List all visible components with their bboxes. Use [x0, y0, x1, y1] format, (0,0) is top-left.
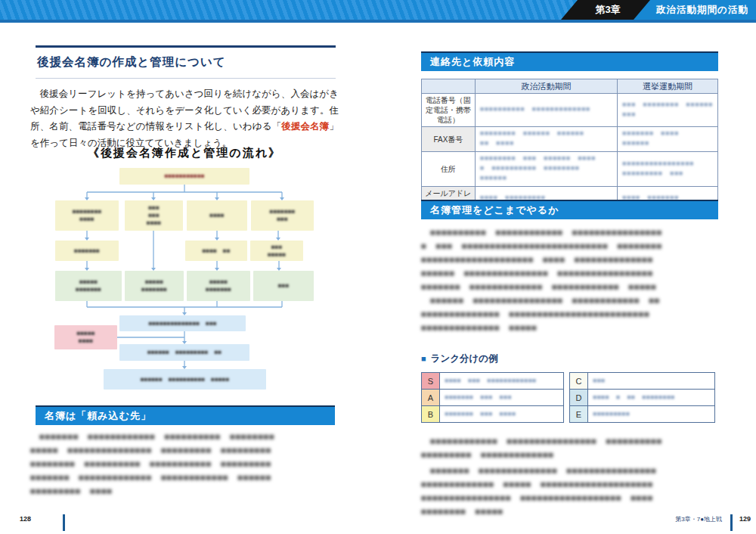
- right-page-number: 129: [739, 515, 751, 523]
- rank-grade-D: D: [570, 390, 588, 406]
- bottom-blurred-paragraph-2: ■■■■■■■ ■■■■■■■■■■■■■■ ■■■■■■■■■■■■■■■■■…: [421, 465, 720, 520]
- rank-grade-S: S: [422, 373, 440, 390]
- rank-desc-C: ■■■: [588, 373, 715, 390]
- row-label-phone: 電話番号（固定電話・携帯電話）: [422, 94, 476, 127]
- table-row-phone: 電話番号（固定電話・携帯電話） ■■■■■■■■■■ ■■■■■■■■■■■■■…: [422, 94, 718, 127]
- contact-section-heading-bar: 連絡先と依頼内容: [421, 51, 718, 71]
- flow-box-g3: ■■■■■ ■■■■■■■: [187, 271, 250, 301]
- col-header-election-period: 選挙運動期間: [618, 79, 718, 94]
- header-underline: [0, 20, 756, 23]
- book-spread: 第3章 政治活動期間の活動 後援会名簿の作成と管理について 後援会リーフレットを…: [0, 0, 756, 534]
- flow-box-collect: ■■■■■■■■■■■■■■ ■■■: [119, 315, 246, 331]
- rank-row-E: E ■■■■■■■■■: [570, 406, 715, 423]
- row-label-address: 住所: [422, 152, 476, 187]
- section2-heading-bar: 名簿は「頼み込む先」: [36, 405, 335, 425]
- rank-row-B: B ■■■■■■■ ■■■ ■■■■: [422, 406, 564, 423]
- flow-box-b1: ■■■■■■■■ ■■■■: [55, 200, 119, 231]
- flow-box-data-manage: ■■■■■■ ■■■■■■■■■■ ■■■■■: [104, 369, 266, 390]
- bottom-blurred-paragraph-1: ■■■■■■■■■■■■ ■■■■■■■■■■■■■■■■ ■■■■■■■■■■…: [421, 436, 720, 463]
- fax-political-cell: ■■■■■■■■ ■■■■■■ ■■■■■■■■ ■■■■: [475, 127, 617, 152]
- flow-box-c3: ■■■■ ■■: [185, 241, 247, 261]
- rank-desc-S: ■■■■ ■■■ ■■■■■■■■■■■■: [440, 373, 564, 390]
- section2-blurred-paragraph: ■■■■■■■ ■■■■■■■■■■■■ ■■■■■■■■■■ ■■■■■■■■…: [30, 431, 339, 499]
- rank-desc-A: ■■■■■■■ ■■■ ■■■: [440, 390, 564, 406]
- management-blurred-paragraph: ■■■■■■■■■■ ■■■■■■■■■■■■ ■■■■■■■■■■■■■■■■…: [421, 227, 720, 336]
- flow-box-c4: ■■■ ■■■■■: [250, 241, 303, 261]
- address-political-cell: ■■■■■■■■ ■■■ ■■■■■■ ■■■■■ ■■■■■■■■■■ ■■■…: [475, 152, 617, 187]
- contact-table: 政治活動期間 選挙運動期間 電話番号（固定電話・携帯電話） ■■■■■■■■■■…: [421, 79, 718, 210]
- rank-table-left: S ■■■■ ■■■ ■■■■■■■■■■■■ A ■■■■■■■ ■■■ ■■…: [421, 372, 564, 423]
- rank-grade-A: A: [422, 390, 440, 406]
- lead-paragraph-highlight: 後援会名簿: [281, 121, 329, 132]
- address-election-cell: ■■■■■■■■■■■■■■■■■■■■■■■■■ ■■■: [618, 152, 718, 187]
- page-title: 後援会名簿の作成と管理について: [37, 54, 334, 70]
- flow-box-g1: ■■■■■ ■■■■■■■: [55, 271, 122, 301]
- chapter-title: 政治活動期間の活動: [649, 0, 756, 20]
- header-stripe-band: [0, 0, 605, 20]
- flow-box-g2: ■■■■■ ■■■■■■■: [125, 271, 184, 301]
- left-footer-bar: [63, 514, 65, 531]
- phone-election-cell: ■■■ ■■■■■■■■ ■■■■■■■■■: [618, 94, 718, 127]
- rank-row-S: S ■■■■ ■■■ ■■■■■■■■■■■■: [422, 373, 564, 390]
- table-row-address: 住所 ■■■■■■■■ ■■■ ■■■■■■ ■■■■■ ■■■■■■■■■■ …: [422, 152, 718, 187]
- rank-grade-C: C: [570, 373, 588, 390]
- rank-desc-B: ■■■■■■■ ■■■ ■■■■: [440, 406, 564, 423]
- section1-heading-block: 後援会名簿の作成と管理について: [36, 45, 336, 79]
- rank-example-heading: ■ランク分けの例: [421, 352, 648, 365]
- rank-example-heading-label: ランク分けの例: [431, 353, 498, 364]
- flow-box-start: ■■■■■■■■■■■: [119, 168, 249, 185]
- rank-desc-E: ■■■■■■■■■: [588, 406, 715, 423]
- lead-paragraph: 後援会リーフレットを持ってあいさつ回りを続けながら、入会はがきや紹介シートを回収…: [30, 86, 339, 152]
- rank-row-C: C ■■■: [570, 373, 715, 390]
- contact-table-header-row: 政治活動期間 選挙運動期間: [422, 79, 718, 94]
- col-header-political-period: 政治活動期間: [475, 79, 617, 94]
- right-footer-bar: [730, 514, 733, 531]
- flow-box-g4: ■■■: [253, 271, 314, 301]
- right-footer-label: 第3章・7●地上戦: [646, 515, 722, 523]
- rank-desc-D: ■■■■ ■ ■■ ■■■■■■■■: [588, 390, 715, 406]
- left-page-number: 128: [20, 515, 31, 523]
- rank-row-D: D ■■■■ ■ ■■ ■■■■■■■■: [570, 390, 715, 406]
- management-section-heading-bar: 名簿管理をどこまでやるか: [421, 200, 718, 219]
- contact-table-corner-cell: [422, 79, 476, 94]
- table-row-fax: FAX番号 ■■■■■■■■ ■■■■■■ ■■■■■■■■ ■■■■ ■■■■…: [422, 127, 718, 152]
- flow-box-data-entry: ■■■■■■ ■■■■■■■■■ ■■: [119, 344, 249, 361]
- flow-box-c1: ■■■■■■■: [55, 241, 119, 261]
- rank-row-A: A ■■■■■■■ ■■■ ■■■: [422, 390, 564, 406]
- row-label-fax: FAX番号: [422, 127, 476, 152]
- fax-election-cell: ■■■■■■■ ■■■■■■■■■■: [618, 127, 718, 152]
- flow-box-b3: ■■■■: [187, 200, 247, 231]
- phone-political-cell: ■■■■■■■■■■ ■■■■■■■■■■■■■: [475, 94, 617, 127]
- flowchart: ■■■■■■■■■■■ ■■■■■■■■ ■■■■ ■■■ ■■■ ■■■■ ■…: [51, 165, 339, 393]
- flow-box-b4: ■■■■■■■ ■■■: [251, 200, 314, 231]
- rank-grade-E: E: [570, 406, 588, 423]
- square-bullet-icon: ■: [421, 354, 426, 363]
- rank-table-right: C ■■■ D ■■■■ ■ ■■ ■■■■■■■■ E ■■■■■■■■■: [569, 372, 715, 423]
- flow-box-b2: ■■■ ■■■ ■■■■: [125, 200, 183, 231]
- flow-box-pink: ■■■■■ ■■■■: [54, 325, 117, 349]
- flowchart-title: 《後援会名簿作成と管理の流れ》: [30, 146, 339, 160]
- rank-grade-B: B: [422, 406, 440, 423]
